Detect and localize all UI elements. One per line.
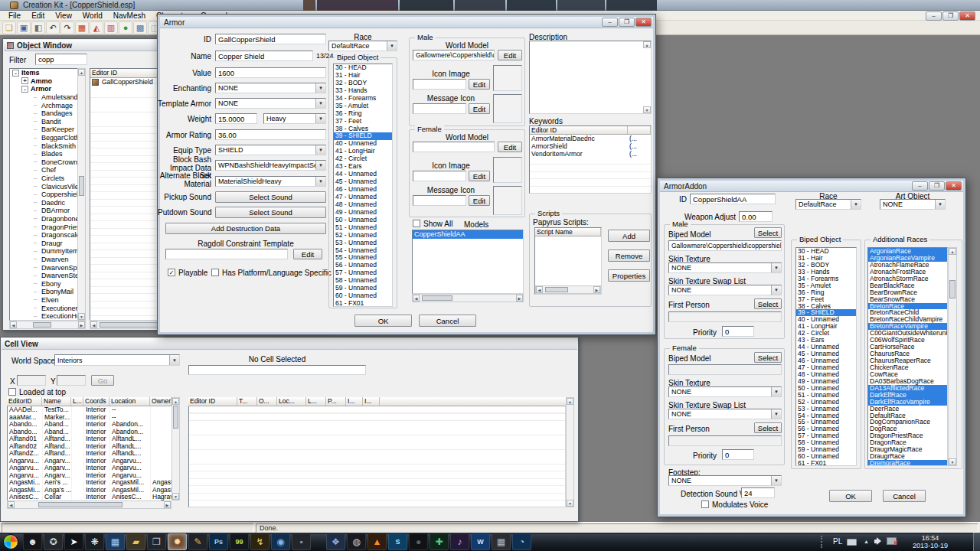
notepad-icon[interactable]: 99 — [230, 533, 249, 550]
list-item[interactable]: 45 - Unnamed — [796, 350, 856, 357]
male-icon-edit-button[interactable]: Edit — [469, 79, 490, 90]
male-world-model-input[interactable]: Gallowmere\Coppershield\coppe — [413, 50, 495, 60]
tree-expander-icon[interactable] — [31, 232, 39, 239]
column-header[interactable]: P... — [326, 397, 346, 406]
app-dark-icon[interactable]: ▪ — [292, 533, 311, 550]
chevron-down-icon[interactable] — [315, 83, 325, 93]
list-item[interactable]: 38 - Calves — [334, 126, 392, 133]
column-header[interactable]: EditorID — [7, 397, 42, 406]
male-icon-image-input[interactable] — [413, 79, 466, 90]
tree-expander-icon[interactable] — [31, 207, 39, 214]
tree-item[interactable]: ClavicusVileMas — [10, 182, 78, 191]
list-item[interactable]: 45 - Unnamed — [334, 178, 392, 186]
editor-pen-icon[interactable]: ✎ — [188, 533, 207, 550]
list-item[interactable]: 58 - Unnamed — [796, 439, 856, 446]
tree-expander-icon[interactable] — [31, 215, 39, 222]
tree-expander-icon[interactable]: + — [21, 77, 28, 84]
table-row[interactable]: AngasMi... Aeri's ... Interior AngasMil.… — [8, 479, 172, 487]
script-name-column-header[interactable]: Script Name — [535, 228, 601, 236]
tree-item[interactable]: Blades — [10, 150, 78, 158]
tree-item[interactable]: DwarvenSteamL — [10, 272, 78, 280]
male-biped-model-select-button[interactable]: Select — [754, 227, 782, 238]
tree-expander-icon[interactable] — [31, 305, 39, 311]
chevron-down-icon[interactable] — [771, 263, 781, 272]
list-item[interactable]: C00GiantOutsideWhiterunRace — [868, 330, 947, 337]
sound-marker-icon[interactable]: ● — [119, 21, 132, 34]
chevron-down-icon[interactable] — [851, 200, 861, 209]
object-tree[interactable]: -Items+Ammo-ArmorAmuletsandRingArchmageB… — [9, 68, 78, 321]
list-item[interactable]: 36 - Ring — [796, 289, 856, 296]
list-item[interactable]: DarkElfRaceVampire — [868, 399, 947, 406]
list-item[interactable]: 56 - Unnamed — [796, 425, 856, 432]
y-input[interactable] — [57, 375, 86, 386]
tree-expander-icon[interactable] — [31, 135, 39, 142]
x-input[interactable] — [17, 375, 46, 386]
list-item[interactable]: 42 - Circlet — [796, 330, 856, 337]
scroll-up-arrow[interactable] — [78, 69, 85, 76]
scroll-down-arrow[interactable] — [949, 458, 956, 465]
scroll-right-arrow[interactable] — [78, 321, 85, 328]
male-message-icon-input[interactable] — [413, 103, 466, 114]
male-priority-input[interactable] — [722, 326, 754, 337]
cancel-button[interactable]: Cancel — [419, 315, 476, 327]
show-all-checkbox[interactable]: Show All — [413, 220, 452, 228]
tree-item[interactable]: BeggarClothes — [10, 134, 78, 142]
network-icon[interactable] — [887, 537, 897, 545]
tree-horizontal-scrollbar[interactable] — [9, 321, 86, 329]
table-row[interactable]: Abando... Aband... Interior Abandon... — [8, 429, 172, 436]
tree-expander-icon[interactable] — [31, 223, 39, 230]
list-item[interactable]: AtronachFlameRace — [868, 262, 947, 269]
table-row[interactable]: Angarvu... Angarv... Interior Angarvu... — [8, 465, 172, 472]
scroll-up-arrow[interactable] — [567, 398, 573, 405]
list-item[interactable]: 39 - SHIELD — [796, 309, 856, 316]
tree-item[interactable]: Executioner — [10, 304, 78, 312]
tree-item[interactable]: EbonyMail — [10, 288, 78, 296]
column-header[interactable]: Editor ID — [188, 397, 237, 406]
media-icon[interactable]: ◉ — [271, 533, 290, 550]
male-message-edit-button[interactable]: Edit — [469, 103, 490, 114]
list-item[interactable]: 57 - Unnamed — [796, 432, 856, 439]
creation-kit-icon[interactable]: ✹ — [168, 533, 187, 550]
grey-grid-icon[interactable]: ▦ — [492, 533, 511, 550]
close-button[interactable] — [959, 11, 975, 21]
column-header[interactable]: I... — [363, 397, 380, 406]
modulates-voice-checkbox[interactable]: Modulates Voice — [701, 500, 768, 509]
equip-type-select[interactable]: SHIELD — [215, 145, 326, 155]
skype-icon[interactable]: S — [388, 533, 407, 550]
scroll-left-arrow[interactable] — [8, 501, 15, 508]
scripts-hscrollbar[interactable] — [535, 285, 601, 294]
list-item[interactable]: 49 - Unnamed — [334, 209, 392, 217]
tree-item[interactable]: Daedric — [10, 199, 78, 207]
menu-item[interactable]: File — [3, 11, 26, 21]
chevron-down-icon[interactable] — [169, 355, 179, 365]
list-item[interactable]: 44 - Unnamed — [334, 171, 392, 178]
scroll-right-arrow[interactable] — [593, 286, 600, 293]
list-item[interactable]: 53 - Unnamed — [334, 240, 392, 247]
block-bash-select[interactable]: WPNBashShieldHeavyImpactSet — [215, 160, 326, 171]
id-input[interactable] — [215, 34, 326, 44]
female-message-edit-button[interactable]: Edit — [469, 195, 490, 206]
chevron-down-icon[interactable] — [771, 409, 781, 419]
value-input[interactable] — [215, 67, 326, 78]
list-item[interactable]: 32 - BODY — [796, 262, 856, 269]
table-row[interactable]: AnisesC... Cellar Interior AnisesC... Ha… — [8, 494, 172, 500]
scroll-thumb[interactable] — [173, 406, 178, 429]
list-item[interactable]: 51 - Unnamed — [796, 392, 856, 399]
table-row[interactable]: Alftand01 Alftand... Interior AlftandL..… — [8, 435, 172, 443]
scroll-left-arrow[interactable] — [90, 321, 97, 328]
tree-item[interactable]: Dragonscale — [10, 231, 78, 240]
open-folder-icon[interactable]: ❏ — [2, 21, 16, 34]
list-item[interactable]: ChaurusRace — [868, 350, 947, 357]
list-item[interactable]: 46 - Unnamed — [796, 357, 856, 364]
list-item[interactable]: 50 - Unnamed — [334, 217, 392, 224]
tree-expander-icon[interactable] — [31, 296, 39, 303]
scroll-down-arrow[interactable] — [172, 493, 179, 500]
minimize-button[interactable] — [912, 181, 928, 191]
alternate-block-select[interactable]: MaterialShieldHeavy — [215, 176, 326, 187]
list-item[interactable]: DogRace — [868, 425, 947, 432]
tree-expander-icon[interactable] — [31, 175, 39, 182]
preferences-icon[interactable]: ◧ — [31, 21, 45, 34]
cell-table-vscrollbar[interactable] — [172, 397, 180, 500]
scroll-right-arrow[interactable] — [516, 295, 523, 302]
female-biped-model-input[interactable] — [668, 364, 782, 375]
